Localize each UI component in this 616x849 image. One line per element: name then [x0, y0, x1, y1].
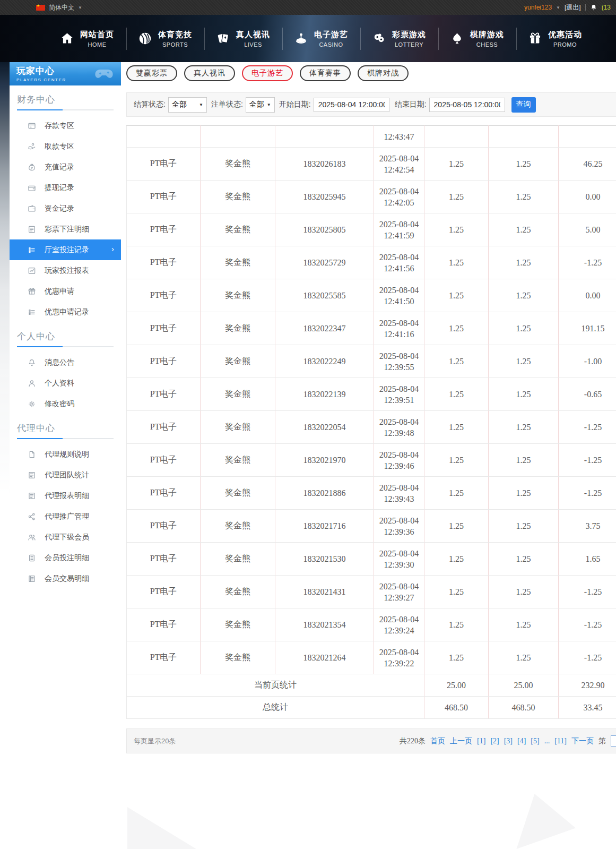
cell-game-name: 奖金熊 — [201, 641, 275, 674]
cell-date: 2025-08-04 — [375, 186, 423, 197]
order-status-value: 全部 — [249, 100, 264, 109]
settle-status-select[interactable]: 全部 ▼ — [168, 97, 207, 113]
nav-item-icon — [294, 31, 308, 46]
main-nav: 网站首页 HOME 体育竞技 SPORTS 真人视讯 LIVES 电子游艺 — [0, 15, 616, 62]
category-tab[interactable]: 电子游艺 — [242, 65, 293, 81]
page-number-link[interactable]: [1] — [477, 737, 485, 745]
next-page-link[interactable]: 下一页 — [571, 736, 594, 746]
sidebar-item[interactable]: 玩家投注报表 › — [10, 260, 121, 281]
cell-order-no: 1832022139 — [275, 378, 374, 411]
sidebar-item-label: 修改密码 — [45, 399, 74, 409]
cell-time: 12:39:43 — [375, 493, 423, 504]
logout-button[interactable]: [退出] — [565, 3, 581, 12]
cell-game-type: PT电子 — [127, 213, 201, 246]
sidebar-section-title: 财务中心 — [10, 85, 121, 109]
cell-bet-amount: 1.25 — [424, 213, 489, 246]
category-tab[interactable]: 体育赛事 — [300, 65, 351, 81]
grand-total-valid: 468.50 — [489, 697, 559, 719]
sidebar-item[interactable]: 资金记录 › — [10, 198, 121, 219]
cell-game-name: 奖金熊 — [201, 378, 275, 411]
page-number-link[interactable]: [5] — [531, 737, 539, 745]
sidebar-item[interactable]: 存款专区 › — [10, 115, 121, 136]
cell-datetime: 2025-08-04 12:39:27 — [374, 576, 424, 608]
sidebar-item-icon — [28, 450, 36, 459]
search-button[interactable]: 查询 — [511, 97, 536, 113]
category-tab[interactable]: 真人视讯 — [184, 65, 235, 81]
nav-item[interactable]: 优惠活动 PROMO — [505, 28, 583, 50]
nav-item-icon — [216, 31, 230, 46]
cell-valid-amount: 1.25 — [489, 608, 559, 641]
jump-prefix-label: 第 — [598, 736, 606, 746]
sidebar-item-label: 会员交易明细 — [45, 574, 89, 584]
nav-item-text: 彩票游戏 LOTTERY — [392, 30, 426, 48]
order-status-select[interactable]: 全部 ▼ — [246, 97, 275, 113]
sidebar-item-label: 厅室投注记录 — [45, 245, 89, 255]
sidebar-item[interactable]: 会员交易明细 › — [10, 568, 121, 589]
nav-item[interactable]: 彩票游戏 LOTTERY — [349, 28, 427, 50]
sidebar-item[interactable]: 代理团队统计 › — [10, 465, 121, 485]
sidebar-item[interactable]: 优惠申请记录 › — [10, 302, 121, 322]
sidebar-item[interactable]: 代理规则说明 › — [10, 444, 121, 465]
sidebar-item[interactable]: 个人资料 › — [10, 373, 121, 393]
sidebar-item[interactable]: 代理报表明细 › — [10, 485, 121, 506]
sidebar-item[interactable]: 彩票下注明细 › — [10, 219, 121, 239]
sidebar-item[interactable]: 厅室投注记录 › — [10, 239, 121, 260]
sidebar-item-icon — [28, 142, 36, 151]
end-date-input[interactable] — [429, 98, 505, 112]
sidebar-item[interactable]: 优惠申请 › — [10, 281, 121, 302]
username[interactable]: yunfei123 — [524, 4, 552, 11]
page-number-link[interactable]: ... — [544, 737, 550, 745]
nav-item-label-zh: 体育竞技 — [158, 30, 192, 40]
order-status-label: 注单状态: — [211, 100, 243, 109]
page-number-link[interactable]: [11] — [554, 737, 567, 745]
page-number-link[interactable]: [2] — [490, 737, 499, 745]
cell-win-loss: 0.00 — [559, 181, 616, 213]
nav-item-label-zh: 电子游艺 — [314, 30, 348, 40]
nav-item[interactable]: 棋牌游戏 CHESS — [427, 28, 505, 50]
bell-icon[interactable] — [590, 4, 597, 11]
category-tab[interactable]: 雙赢彩票 — [126, 65, 177, 81]
nav-item[interactable]: 网站首页 HOME — [59, 30, 115, 48]
sidebar-item-icon — [28, 122, 36, 130]
prev-page-link[interactable]: 上一页 — [450, 736, 472, 746]
end-date-label: 结束日期: — [395, 100, 427, 109]
sidebar-item[interactable]: 消息公告 › — [10, 352, 121, 373]
jump-page-input[interactable] — [611, 735, 616, 747]
first-page-link[interactable]: 首页 — [430, 736, 445, 746]
cell-datetime: 2025-08-04 12:41:16 — [374, 312, 424, 345]
page-number-link[interactable]: [3] — [504, 737, 513, 745]
sidebar-item[interactable]: 充值记录 › — [10, 157, 121, 177]
china-flag-icon — [36, 5, 45, 11]
cell-datetime: 2025-08-04 12:41:50 — [374, 279, 424, 312]
cell-win-loss: 191.15 — [559, 312, 616, 345]
nav-item[interactable]: 体育竞技 SPORTS — [115, 28, 193, 50]
sidebar-item[interactable]: 代理推广管理 › — [10, 506, 121, 527]
cell-date: 2025-08-04 — [375, 548, 423, 559]
cell-win-loss: -1.25 — [559, 246, 616, 279]
cell-empty — [275, 126, 374, 148]
sidebar-item[interactable]: 会员投注明细 › — [10, 547, 121, 568]
nav-item-label-en: CASINO — [319, 41, 343, 48]
bets-table: 12:43:47 PT电子 奖金熊 1832026183 2025-08-04 … — [126, 125, 616, 719]
nav-item[interactable]: 真人视讯 LIVES — [193, 28, 271, 50]
sidebar-item[interactable]: 取款专区 › — [10, 136, 121, 157]
nav-item[interactable]: 电子游艺 CASINO — [271, 28, 349, 50]
start-date-input[interactable] — [314, 98, 389, 112]
nav-item-text: 真人视讯 LIVES — [236, 30, 270, 48]
page-number-link[interactable]: [4] — [517, 737, 526, 745]
sidebar-item[interactable]: 代理下级会员 › — [10, 527, 121, 547]
sidebar-item[interactable]: 提现记录 › — [10, 177, 121, 198]
sidebar-item-label: 代理规则说明 — [45, 450, 89, 459]
chevron-down-icon: ▼ — [199, 102, 203, 107]
language-selector[interactable]: 简体中文 — [49, 3, 74, 12]
cell-win-loss: 46.25 — [559, 148, 616, 181]
cell-win-loss: 1.65 — [559, 543, 616, 576]
cell-datetime: 2025-08-04 12:39:43 — [374, 477, 424, 510]
cell-bet-amount: 1.25 — [424, 345, 489, 378]
sidebar-item-icon — [28, 184, 36, 192]
category-tab[interactable]: 棋牌对战 — [358, 65, 409, 81]
page-total-bet: 25.00 — [424, 674, 489, 697]
cell-game-name: 奖金熊 — [201, 345, 275, 378]
sidebar-item[interactable]: 修改密码 › — [10, 393, 121, 414]
cell-valid-amount: 1.25 — [489, 411, 559, 444]
